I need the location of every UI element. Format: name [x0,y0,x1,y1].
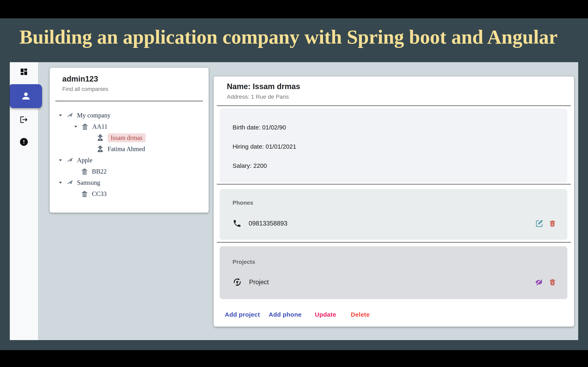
add-project-button[interactable]: Add project [224,311,261,318]
sidebar-item-employees-active[interactable] [10,84,42,108]
side-nav [10,62,38,340]
birth-date-line: Birth date: 01/02/90 [233,124,286,131]
tree-item-label: Samsung [77,179,100,186]
projects-label: Projects [233,259,255,265]
screen: Building an application company with Spr… [0,0,588,367]
user-secret-icon [96,145,104,153]
employee-details-panel: Birth date: 01/02/90 Hiring date: 01/01/… [220,108,567,183]
hiring-date-line: Hiring date: 01/01/2021 [233,143,296,150]
divider [217,105,571,106]
project-row: Project [233,275,556,289]
warehouse-icon [80,167,89,175]
chevron-down-icon[interactable] [58,113,63,118]
tree-item-department[interactable]: AA11 [50,121,209,132]
divider [55,101,203,101]
page-title: Building an application company with Spr… [19,26,558,48]
add-phone-button[interactable]: Add phone [268,311,303,318]
employee-name: Name: Issam drmas [227,82,300,91]
employee-address: Address: 1 Rue de Paris [227,94,289,100]
projects-panel: Projects Project [220,246,567,299]
project-name: Project [249,278,269,286]
user-secret-icon [96,133,104,142]
tree-item-employee-selected[interactable]: Issam drmas [50,132,209,143]
warehouse-icon [81,123,89,131]
employee-detail-card: Name: Issam drmas Address: 1 Rue de Pari… [214,76,574,327]
phone-row: 09813358893 [233,217,556,230]
delete-button[interactable]: Delete [350,311,371,318]
tree-item-department[interactable]: BB22 [50,166,209,177]
company-icon [66,156,74,164]
tree-item-label: My company [77,112,111,119]
trash-icon[interactable] [549,278,556,286]
tree-item-label: Apple [77,157,93,164]
companies-card-subtitle: Find all companies [62,86,108,92]
divider [217,242,571,243]
person-icon [21,91,31,101]
logout-icon[interactable] [20,115,28,124]
warehouse-icon [80,190,89,198]
company-icon [66,179,74,187]
phone-icon [233,219,242,228]
update-button[interactable]: Update [314,311,337,318]
tree-item-company[interactable]: Samsung [50,177,209,188]
project-icon [233,277,242,287]
tree-item-label: Issam drmas [108,133,146,142]
companies-card: admin123 Find all companies My company A… [50,68,209,213]
phone-number: 09813358893 [249,220,287,227]
tree-item-label: CC33 [92,190,107,198]
company-icon [66,111,74,119]
username-title: admin123 [62,75,98,83]
tree-item-company[interactable]: Apple [50,155,209,166]
dashboard-icon[interactable] [20,67,28,76]
divider [217,184,571,184]
tree-item-label: BB22 [92,168,107,175]
trash-icon[interactable] [549,219,556,227]
tree-item-company[interactable]: My company [50,110,209,121]
chevron-down-icon[interactable] [58,180,63,185]
tree-item-label: Fatima Ahmed [108,145,145,153]
chevron-down-icon[interactable] [73,124,78,129]
phones-label: Phones [233,200,253,206]
edit-icon[interactable] [535,219,544,227]
phones-panel: Phones 09813358893 [220,189,567,240]
eye-slash-icon[interactable] [534,278,544,286]
tree-item-department[interactable]: CC33 [50,188,209,200]
error-icon[interactable] [19,137,29,147]
chevron-down-icon[interactable] [58,158,63,163]
salary-line: Salary: 2200 [233,162,267,169]
tree-item-employee[interactable]: Fatima Ahmed [50,143,209,155]
company-tree: My company AA11 Issam drmas Fatima Ahmed… [50,110,209,200]
tree-item-label: AA11 [92,123,108,130]
